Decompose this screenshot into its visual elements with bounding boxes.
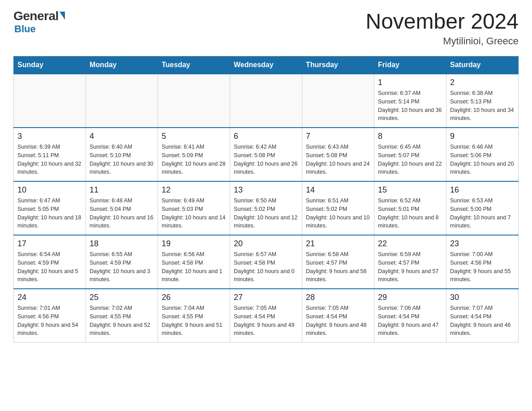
calendar-cell-week2-day1: 3Sunrise: 6:39 AMSunset: 5:11 PMDaylight… [14,128,86,181]
header-area: General Blue November 2024 Mytilinioi, G… [13,9,519,47]
calendar-cell-week5-day7: 30Sunrise: 7:07 AMSunset: 4:54 PMDayligh… [446,289,519,342]
calendar-cell-week4-day1: 17Sunrise: 6:54 AMSunset: 4:59 PMDayligh… [14,235,86,289]
calendar-cell-week3-day5: 14Sunrise: 6:51 AMSunset: 5:02 PMDayligh… [302,181,374,235]
title-area: November 2024 Mytilinioi, Greece [365,9,519,47]
calendar-cell-week2-day3: 5Sunrise: 6:41 AMSunset: 5:09 PMDaylight… [158,128,230,181]
day-info: Sunrise: 6:39 AMSunset: 5:11 PMDaylight:… [17,143,82,176]
day-info: Sunrise: 7:02 AMSunset: 4:55 PMDaylight:… [90,304,154,338]
day-info: Sunrise: 6:47 AMSunset: 5:05 PMDaylight:… [17,197,82,230]
day-info: Sunrise: 6:59 AMSunset: 4:57 PMDaylight:… [378,250,442,284]
logo-triangle-icon [60,12,65,20]
day-number: 28 [306,293,370,302]
day-info: Sunrise: 6:38 AMSunset: 5:13 PMDaylight:… [450,89,515,123]
calendar-cell-week1-day4 [230,74,302,128]
logo: General Blue [13,9,65,35]
day-number: 19 [162,239,226,248]
day-info: Sunrise: 7:01 AMSunset: 4:56 PMDaylight:… [17,304,82,338]
day-info: Sunrise: 6:41 AMSunset: 5:09 PMDaylight:… [162,143,226,176]
day-number: 3 [17,132,82,141]
weekday-header-saturday: Saturday [446,56,519,74]
day-info: Sunrise: 6:45 AMSunset: 5:07 PMDaylight:… [378,143,442,176]
day-number: 23 [450,239,515,248]
calendar-cell-week5-day6: 29Sunrise: 7:06 AMSunset: 4:54 PMDayligh… [374,289,446,342]
day-number: 6 [234,132,298,141]
calendar-cell-week5-day3: 26Sunrise: 7:04 AMSunset: 4:55 PMDayligh… [158,289,230,342]
day-number: 29 [378,293,442,302]
calendar-cell-week1-day2 [86,74,158,128]
day-number: 11 [90,185,154,195]
day-number: 15 [378,185,442,195]
day-number: 5 [162,132,226,141]
calendar-cell-week4-day3: 19Sunrise: 6:56 AMSunset: 4:58 PMDayligh… [158,235,230,289]
day-info: Sunrise: 6:55 AMSunset: 4:59 PMDaylight:… [90,250,154,284]
day-info: Sunrise: 6:52 AMSunset: 5:01 PMDaylight:… [378,197,442,230]
weekday-header-sunday: Sunday [14,56,86,74]
day-info: Sunrise: 6:53 AMSunset: 5:00 PMDaylight:… [450,197,515,230]
subtitle: Mytilinioi, Greece [365,35,519,47]
day-number: 24 [17,293,82,302]
logo-blue: Blue [14,23,36,35]
day-number: 12 [162,185,226,195]
calendar-week-row-2: 3Sunrise: 6:39 AMSunset: 5:11 PMDaylight… [14,128,519,181]
day-info: Sunrise: 7:05 AMSunset: 4:54 PMDaylight:… [234,304,298,338]
day-info: Sunrise: 7:06 AMSunset: 4:54 PMDaylight:… [378,304,442,338]
day-number: 9 [450,132,515,141]
day-info: Sunrise: 6:51 AMSunset: 5:02 PMDaylight:… [306,197,370,230]
day-number: 30 [450,293,515,302]
calendar-cell-week4-day6: 22Sunrise: 6:59 AMSunset: 4:57 PMDayligh… [374,235,446,289]
calendar-cell-week3-day4: 13Sunrise: 6:50 AMSunset: 5:02 PMDayligh… [230,181,302,235]
day-number: 13 [234,185,298,195]
calendar-cell-week1-day1 [14,74,86,128]
day-number: 18 [90,239,154,248]
day-number: 14 [306,185,370,195]
calendar-cell-week3-day6: 15Sunrise: 6:52 AMSunset: 5:01 PMDayligh… [374,181,446,235]
day-number: 2 [450,78,515,87]
weekday-header-thursday: Thursday [302,56,374,74]
weekday-header-tuesday: Tuesday [158,56,230,74]
day-info: Sunrise: 7:05 AMSunset: 4:54 PMDaylight:… [306,304,370,338]
day-number: 27 [234,293,298,302]
day-number: 8 [378,132,442,141]
calendar-cell-week3-day1: 10Sunrise: 6:47 AMSunset: 5:05 PMDayligh… [14,181,86,235]
calendar-cell-week1-day7: 2Sunrise: 6:38 AMSunset: 5:13 PMDaylight… [446,74,519,128]
calendar-cell-week3-day7: 16Sunrise: 6:53 AMSunset: 5:00 PMDayligh… [446,181,519,235]
calendar-week-row-1: 1Sunrise: 6:37 AMSunset: 5:14 PMDaylight… [14,74,519,128]
weekday-header-monday: Monday [86,56,158,74]
day-info: Sunrise: 6:46 AMSunset: 5:06 PMDaylight:… [450,143,515,176]
day-info: Sunrise: 6:49 AMSunset: 5:03 PMDaylight:… [162,197,226,230]
day-info: Sunrise: 7:04 AMSunset: 4:55 PMDaylight:… [162,304,226,338]
calendar-cell-week2-day7: 9Sunrise: 6:46 AMSunset: 5:06 PMDaylight… [446,128,519,181]
day-number: 21 [306,239,370,248]
calendar-cell-week2-day2: 4Sunrise: 6:40 AMSunset: 5:10 PMDaylight… [86,128,158,181]
calendar-cell-week2-day4: 6Sunrise: 6:42 AMSunset: 5:08 PMDaylight… [230,128,302,181]
calendar-cell-week4-day5: 21Sunrise: 6:58 AMSunset: 4:57 PMDayligh… [302,235,374,289]
day-info: Sunrise: 6:54 AMSunset: 4:59 PMDaylight:… [17,250,82,284]
day-info: Sunrise: 7:00 AMSunset: 4:56 PMDaylight:… [450,250,515,284]
day-info: Sunrise: 6:50 AMSunset: 5:02 PMDaylight:… [234,197,298,230]
day-info: Sunrise: 6:58 AMSunset: 4:57 PMDaylight:… [306,250,370,284]
calendar-cell-week4-day4: 20Sunrise: 6:57 AMSunset: 4:58 PMDayligh… [230,235,302,289]
calendar-cell-week4-day7: 23Sunrise: 7:00 AMSunset: 4:56 PMDayligh… [446,235,519,289]
day-number: 7 [306,132,370,141]
calendar-week-row-4: 17Sunrise: 6:54 AMSunset: 4:59 PMDayligh… [14,235,519,289]
day-info: Sunrise: 6:56 AMSunset: 4:58 PMDaylight:… [162,250,226,284]
day-number: 17 [17,239,82,248]
calendar-cell-week4-day2: 18Sunrise: 6:55 AMSunset: 4:59 PMDayligh… [86,235,158,289]
calendar-cell-week5-day2: 25Sunrise: 7:02 AMSunset: 4:55 PMDayligh… [86,289,158,342]
day-info: Sunrise: 7:07 AMSunset: 4:54 PMDaylight:… [450,304,515,338]
day-number: 26 [162,293,226,302]
calendar-cell-week3-day3: 12Sunrise: 6:49 AMSunset: 5:03 PMDayligh… [158,181,230,235]
calendar-cell-week1-day5 [302,74,374,128]
calendar-cell-week1-day3 [158,74,230,128]
day-number: 4 [90,132,154,141]
day-info: Sunrise: 6:40 AMSunset: 5:10 PMDaylight:… [90,143,154,176]
calendar-cell-week5-day5: 28Sunrise: 7:05 AMSunset: 4:54 PMDayligh… [302,289,374,342]
weekday-header-wednesday: Wednesday [230,56,302,74]
day-number: 16 [450,185,515,195]
day-number: 20 [234,239,298,248]
calendar-cell-week1-day6: 1Sunrise: 6:37 AMSunset: 5:14 PMDaylight… [374,74,446,128]
main-title: November 2024 [365,9,519,34]
day-info: Sunrise: 6:48 AMSunset: 5:04 PMDaylight:… [90,197,154,230]
calendar-cell-week5-day1: 24Sunrise: 7:01 AMSunset: 4:56 PMDayligh… [14,289,86,342]
day-info: Sunrise: 6:42 AMSunset: 5:08 PMDaylight:… [234,143,298,176]
